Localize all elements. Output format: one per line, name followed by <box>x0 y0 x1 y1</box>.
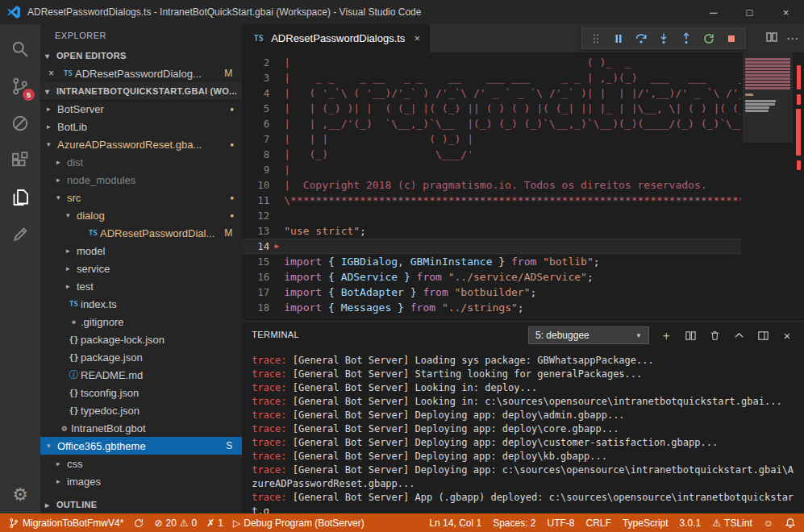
source-control-icon[interactable]: 5 <box>0 68 40 105</box>
debug-icon[interactable] <box>0 105 40 142</box>
cursor-position-item[interactable]: Ln 14, Col 1 <box>429 513 481 532</box>
gutter-space <box>269 101 284 116</box>
step-over-icon[interactable] <box>631 29 652 48</box>
line-number[interactable]: 5 <box>242 101 269 116</box>
workspace-section-header[interactable]: ▾ INTRANETBOTQUICKSTART.GBAI (WO... <box>40 82 242 100</box>
minimize-button[interactable]: ─ <box>695 0 731 24</box>
tree-item-botlib[interactable]: ▸BotLib <box>40 118 242 135</box>
tree-item-css[interactable]: ▸css <box>40 455 242 472</box>
stop-icon[interactable] <box>721 29 742 48</box>
restart-icon[interactable] <box>698 29 719 48</box>
tree-item-index-ts[interactable]: TSindex.ts <box>40 295 242 313</box>
maximize-button[interactable]: □ <box>731 0 768 24</box>
tree-item-service[interactable]: ▸service <box>40 260 242 277</box>
split-editor-icon[interactable] <box>765 31 778 47</box>
new-terminal-icon[interactable]: ＋ <box>659 328 673 343</box>
tree-item-tsconfig-json[interactable]: {}tsconfig.json <box>40 384 242 401</box>
maximize-panel-chevron-icon[interactable] <box>731 328 746 343</box>
tree-item-label: README.md <box>81 369 143 381</box>
close-editor-icon[interactable]: × <box>48 68 61 79</box>
settings-gear-icon[interactable]: ⚙ <box>12 484 28 505</box>
minimap-slider[interactable] <box>743 52 793 143</box>
feedback-smiley-icon[interactable]: ☺ <box>764 513 773 532</box>
tree-item-src[interactable]: ▾src● <box>40 189 242 206</box>
debug-target-item[interactable]: ▷ Debug Program (BotServer) <box>233 513 365 532</box>
tree-item-azureadpasswordreset-gba-[interactable]: ▾AzureADPasswordReset.gba...● <box>40 135 242 153</box>
line-number[interactable]: 17 <box>242 285 269 300</box>
tree-item-office365-gbtheme[interactable]: ▾Office365.gbthemeS <box>40 437 242 455</box>
tree-item-images[interactable]: ▸images <box>40 472 242 490</box>
tree-item-intranetbot-gbot[interactable]: ⚙IntranetBot.gbot <box>40 419 242 437</box>
line-number[interactable]: 13 <box>242 223 269 239</box>
line-number[interactable]: 2 <box>242 55 269 70</box>
tree-item-package-json[interactable]: {}package.json <box>40 348 242 366</box>
tree-item-dialog[interactable]: ▾dialog● <box>40 206 242 224</box>
line-number[interactable]: 11 <box>242 193 269 208</box>
split-terminal-icon[interactable] <box>683 328 698 343</box>
line-number[interactable]: 8 <box>242 147 269 162</box>
line-number[interactable]: 16 <box>242 269 269 285</box>
line-number[interactable]: 3 <box>242 70 269 85</box>
edit-pencil-icon[interactable] <box>0 216 40 253</box>
language-mode-item[interactable]: TypeScript <box>623 513 669 532</box>
toolbar-grip-handle[interactable] <box>585 29 606 48</box>
tree-item-typedoc-json[interactable]: {}typedoc.json <box>40 401 242 419</box>
gutter-space <box>269 131 284 147</box>
line-number[interactable]: 6 <box>242 116 269 131</box>
line-number[interactable]: 9 <box>242 162 269 177</box>
typescript-version-item[interactable]: 3.0.1 <box>680 513 702 532</box>
encoding-item[interactable]: UTF-8 <box>548 513 575 532</box>
minimap[interactable] <box>743 52 793 321</box>
eol-item[interactable]: CRLF <box>586 513 611 532</box>
tree-item-label: IntranetBot.gbot <box>71 422 146 434</box>
notifications-bell-icon[interactable] <box>785 513 796 532</box>
close-panel-icon[interactable]: × <box>780 328 794 343</box>
close-tab-icon[interactable]: × <box>414 32 420 44</box>
line-number[interactable]: 7 <box>242 131 269 147</box>
tab-adresetpassworddialogs[interactable]: TS ADResetPasswordDialogs.ts × <box>242 24 430 52</box>
terminal-tab[interactable]: TERMINAL <box>252 330 299 341</box>
open-editor-item[interactable]: × TS ADResetPasswordDialog... M <box>40 64 242 82</box>
tree-item-model[interactable]: ▸model <box>40 242 242 260</box>
tree-item--gitignore[interactable]: ◆.gitignore <box>40 313 242 330</box>
tree-item-test[interactable]: ▸test <box>40 277 242 295</box>
line-number[interactable]: 12 <box>242 208 269 223</box>
tree-item-botserver[interactable]: ▸BotServer● <box>40 100 242 118</box>
terminal-output[interactable]: trace: [General Bot Server] Loading sys … <box>242 349 804 513</box>
pause-icon[interactable] <box>608 29 629 48</box>
more-actions-icon[interactable]: ⋯ <box>786 31 799 46</box>
overview-ruler[interactable] <box>793 52 804 321</box>
kill-terminal-trash-icon[interactable] <box>707 328 722 343</box>
terminal-selector-dropdown[interactable]: 5: debuggee ▼ <box>528 326 649 344</box>
code-line-13: 13"use strict"; <box>242 223 741 239</box>
tree-item-readme-md[interactable]: ⓘREADME.md <box>40 366 242 384</box>
code-text: import { BotAdapter } from "botbuilder"; <box>284 285 536 300</box>
close-window-button[interactable]: × <box>768 0 804 24</box>
search-icon[interactable] <box>0 31 40 68</box>
tree-item-adresetpassworddial-[interactable]: TSADResetPasswordDial...M <box>40 224 242 242</box>
outline-section-header[interactable]: ▸ OUTLINE <box>40 496 242 513</box>
explorer-files-icon[interactable] <box>0 179 40 216</box>
chevron-right-icon: ▸ <box>47 105 57 113</box>
tree-item-package-lock-json[interactable]: {}package-lock.json <box>40 330 242 348</box>
open-editors-header[interactable]: ▾ OPEN EDITORS <box>40 47 242 64</box>
chevron-right-icon: ▸ <box>66 282 77 290</box>
tools-item[interactable]: ✗ 1 <box>206 513 223 532</box>
code-editor[interactable]: 2| ( )_ _ |3| _ _ _ __ _ _ __ ___ ___ _ … <box>242 52 804 321</box>
tslint-item[interactable]: ⚠ TSLint <box>712 513 752 532</box>
git-branch-item[interactable]: MigrationToBotFmwV4* <box>8 513 123 532</box>
tree-item-dist[interactable]: ▸dist <box>40 153 242 171</box>
step-into-icon[interactable] <box>653 29 674 48</box>
line-number[interactable]: 18 <box>242 300 269 315</box>
line-number[interactable]: 15 <box>242 254 269 269</box>
toggle-panel-layout-icon[interactable] <box>756 328 770 343</box>
step-out-icon[interactable] <box>676 29 697 48</box>
problems-item[interactable]: ⊘ 20 ⚠ 0 <box>154 513 197 532</box>
line-number[interactable]: 10 <box>242 177 269 193</box>
line-number[interactable]: 14 <box>242 239 269 254</box>
sync-item[interactable] <box>133 513 144 532</box>
indentation-item[interactable]: Spaces: 2 <box>493 513 535 532</box>
extensions-icon[interactable] <box>0 142 40 179</box>
line-number[interactable]: 4 <box>242 85 269 101</box>
tree-item-node-modules[interactable]: ▸node_modules <box>40 171 242 189</box>
